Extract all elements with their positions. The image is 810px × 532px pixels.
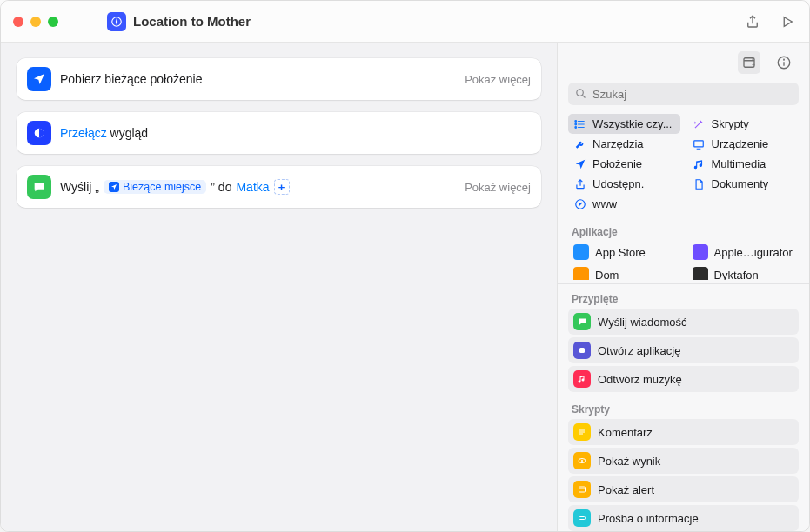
category-documents[interactable]: Dokumenty xyxy=(687,174,800,194)
message-icon xyxy=(573,313,591,330)
svg-point-26 xyxy=(581,460,583,462)
search-icon xyxy=(574,87,587,100)
app-home[interactable]: Dom xyxy=(568,264,680,280)
music-icon xyxy=(573,370,591,388)
section-header-scripts: Skrypty xyxy=(558,398,809,419)
app-icon xyxy=(693,244,708,260)
doc-icon xyxy=(693,177,706,190)
traffic-lights xyxy=(13,17,58,27)
script-show-alert[interactable]: Pokaż alert xyxy=(568,476,799,502)
share-button[interactable] xyxy=(743,12,762,31)
app-icon xyxy=(693,267,708,280)
svg-point-9 xyxy=(784,59,785,60)
location-arrow-icon xyxy=(109,182,119,192)
message-icon xyxy=(27,175,51,199)
device-icon xyxy=(693,137,706,150)
wrench-icon xyxy=(573,137,586,150)
svg-marker-2 xyxy=(784,17,792,26)
section-header-apps: Aplikacje xyxy=(558,221,809,242)
search-field-wrapper xyxy=(568,83,799,105)
location-arrow-icon xyxy=(27,67,51,91)
svg-point-17 xyxy=(574,126,576,128)
music-icon xyxy=(693,157,706,170)
category-sharing[interactable]: Udostępn. xyxy=(568,174,680,194)
category-device[interactable]: Urządzenie xyxy=(687,134,800,154)
app-configurator[interactable]: Apple…igurator xyxy=(687,242,800,263)
list-icon xyxy=(573,117,586,130)
action-param-toggle[interactable]: Przełącz xyxy=(60,126,107,140)
svg-point-15 xyxy=(574,120,576,122)
library-sidebar: + Wszystkie czy... Skrypty xyxy=(557,43,809,531)
alert-icon xyxy=(573,481,591,498)
script-show-result[interactable]: Pokaż wynik xyxy=(568,448,799,474)
shortcuts-window: Location to Mother Pobierz bieżące położ… xyxy=(0,0,810,532)
window-title: Location to Mother xyxy=(133,14,743,29)
search-input[interactable] xyxy=(568,83,799,105)
show-more-link[interactable]: Pokaż więcej xyxy=(465,73,531,86)
category-grid: Wszystkie czy... Skrypty Narzędzia Urząd… xyxy=(558,112,809,221)
svg-rect-21 xyxy=(579,348,585,353)
share-icon xyxy=(573,177,586,190)
titlebar: Location to Mother xyxy=(1,1,809,43)
category-web[interactable]: www xyxy=(568,194,680,214)
pinned-play-music[interactable]: Odtwórz muzykę xyxy=(568,366,799,392)
action-get-current-location[interactable]: Pobierz bieżące położenie Pokaż więcej xyxy=(17,58,541,100)
svg-line-11 xyxy=(582,95,585,97)
action-editor: Pobierz bieżące położenie Pokaż więcej P… xyxy=(1,43,557,531)
shortcut-icon xyxy=(107,12,126,31)
app-appstore[interactable]: App Store xyxy=(568,242,680,263)
run-button[interactable] xyxy=(778,12,797,31)
svg-text:+: + xyxy=(752,62,755,68)
library-tab-button[interactable]: + xyxy=(738,51,760,74)
pinned-list: Wyślij wiadomość Otwórz aplikację Odtwór… xyxy=(558,309,809,398)
app-icon xyxy=(573,342,591,359)
pinned-send-message[interactable]: Wyślij wiadomość xyxy=(568,309,799,335)
apps-grid: App Store Apple…igurator Dom Dyktafon xyxy=(558,242,809,280)
svg-marker-1 xyxy=(116,17,117,24)
category-location[interactable]: Położenie xyxy=(568,154,680,174)
category-scripting[interactable]: Skrypty xyxy=(687,114,800,134)
close-window-button[interactable] xyxy=(13,17,23,27)
svg-point-16 xyxy=(574,123,576,125)
app-icon xyxy=(573,244,589,260)
show-more-link[interactable]: Pokaż więcej xyxy=(465,181,531,194)
wand-icon xyxy=(693,117,706,130)
input-icon xyxy=(573,509,591,527)
script-ask-input[interactable]: Prośba o informacje xyxy=(568,505,799,531)
scripts-list: Komentarz Pokaż wynik Pokaż alert Prośba… xyxy=(558,419,809,531)
app-icon xyxy=(573,267,589,280)
svg-rect-18 xyxy=(694,140,704,146)
recipient-param[interactable]: Matka xyxy=(236,180,269,194)
script-comment[interactable]: Komentarz xyxy=(568,419,799,445)
appearance-icon xyxy=(27,121,51,145)
variable-token-current-location[interactable]: Bieżące miejsce xyxy=(104,180,206,194)
minimize-window-button[interactable] xyxy=(30,17,41,27)
action-send-message[interactable]: Wyślij „ Bieżące miejsce ” do Matka + Po… xyxy=(17,166,541,208)
app-voicememos[interactable]: Dyktafon xyxy=(687,264,800,280)
category-tools[interactable]: Narzędzia xyxy=(568,134,680,154)
category-media[interactable]: Multimedia xyxy=(687,154,800,174)
action-label: Pobierz bieżące położenie xyxy=(60,72,202,86)
svg-rect-29 xyxy=(579,517,586,520)
eye-icon xyxy=(573,452,591,469)
lines-icon xyxy=(573,423,591,441)
location-arrow-icon xyxy=(573,157,586,170)
info-tab-button[interactable] xyxy=(773,51,795,74)
pinned-open-app[interactable]: Otwórz aplikację xyxy=(568,337,799,363)
action-label: Przełącz wygląd xyxy=(60,126,148,140)
divider xyxy=(558,283,809,284)
safari-icon xyxy=(573,197,586,210)
category-all-actions[interactable]: Wszystkie czy... xyxy=(568,114,680,134)
section-header-pinned: Przypięte xyxy=(558,288,809,309)
svg-point-10 xyxy=(577,90,584,96)
action-label: Wyślij „ Bieżące miejsce ” do Matka + xyxy=(60,179,290,195)
svg-rect-27 xyxy=(579,487,586,492)
action-toggle-appearance[interactable]: Przełącz wygląd xyxy=(17,112,541,154)
add-recipient-button[interactable]: + xyxy=(274,179,290,195)
zoom-window-button[interactable] xyxy=(48,17,58,27)
